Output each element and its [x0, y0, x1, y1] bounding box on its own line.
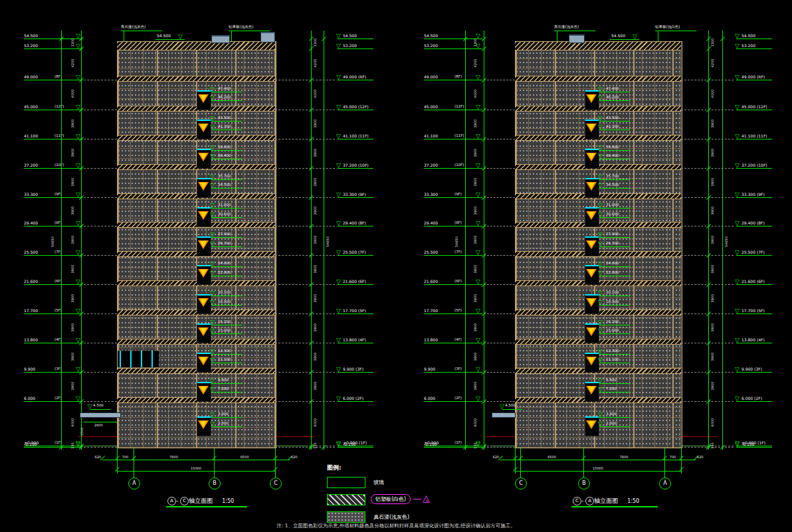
window-sill-elevation: 42.300: [218, 124, 231, 128]
dim-value: 700: [665, 455, 681, 459]
level-leader: [424, 401, 482, 402]
glass-mullion: [120, 351, 121, 367]
level-value: 9.900 (3F): [742, 367, 762, 371]
window-head-elevation: 3.800: [218, 412, 229, 416]
elevation-flag-icon: ▽: [210, 174, 215, 180]
dim-value: 1300: [473, 35, 477, 50]
elevation-flag-icon: ▽: [598, 290, 603, 296]
elevation-flag-icon: ▽: [178, 34, 183, 40]
level-leader: [338, 197, 373, 198]
canopy-leader: [502, 409, 522, 410]
level-leader: [736, 284, 772, 285]
level-leader: [24, 401, 82, 402]
elevation-flag-icon: ▽: [210, 241, 215, 247]
elevation-flag-icon: ▽: [598, 412, 603, 418]
title-dash: -: [581, 497, 583, 504]
elevation-flag-icon: ▽: [598, 261, 603, 267]
dim-chain: [708, 31, 709, 450]
window-head-leader: [211, 296, 242, 296]
elevation-flag-icon: ▽: [210, 328, 215, 334]
elevation-flag-icon: ▽: [210, 95, 215, 101]
window-sill-leader: [599, 333, 630, 334]
window-sill-leader: [211, 100, 242, 101]
level-leader: [736, 372, 772, 373]
level-leader: [424, 110, 482, 110]
window-sill-leader: [599, 217, 630, 218]
elevation-flag-icon: ▽: [210, 232, 215, 238]
entrance-canopy: [80, 412, 121, 418]
window-head-elevation: 3.800: [606, 412, 617, 416]
axis-bubble: C: [515, 478, 527, 489]
elevation-flag-icon: ▽: [598, 387, 603, 393]
floor-slab-band: [117, 397, 275, 403]
elevation-flag-icon: ▽: [210, 270, 215, 276]
vent-arrow-inner-icon: [588, 153, 595, 159]
elevation-flag-icon: ▽: [598, 174, 603, 180]
elevation-flag-icon: ▽: [76, 33, 80, 39]
glass-mullion: [130, 351, 132, 367]
canopy-leader: [90, 409, 110, 410]
roof-equipment: [211, 35, 230, 43]
floor-label: (10F): [454, 163, 464, 167]
dim-value: 620: [488, 455, 499, 459]
dim-value: 3900: [313, 262, 317, 276]
axis-bubble: B: [578, 478, 590, 489]
level-leader: [736, 139, 772, 139]
elevation-flag-icon: ▽: [476, 221, 480, 226]
window-sill-elevation: 11.100: [606, 357, 619, 361]
extension-line: [117, 447, 118, 474]
dim-value: 4200: [710, 56, 714, 70]
window-head-elevation: 27.900: [606, 232, 619, 236]
level-value: 41.100: [24, 133, 38, 138]
level-dash-line: [484, 284, 515, 285]
glass-mullion: [151, 351, 153, 367]
level-leader: [424, 80, 482, 80]
level-leader: [338, 110, 373, 110]
level-value: 49.000: [24, 74, 38, 79]
level-dash-line: [275, 401, 335, 402]
dim-value: 3900: [70, 262, 74, 276]
elevation-flag-icon: ▽: [76, 133, 80, 139]
elevation-flag-icon: ▽: [598, 232, 603, 238]
legend-label-glass: 玻璃: [373, 479, 384, 486]
level-value: 41.100 (11F): [742, 133, 767, 138]
axis-line: [275, 447, 276, 478]
floor-slab-band: [117, 164, 275, 170]
elevation-flag-icon: ▽: [210, 212, 215, 218]
window-sill-elevation: 7.200: [218, 387, 229, 391]
level-dash-line: [275, 110, 335, 110]
floor-label: (7F): [454, 250, 462, 254]
title-underline: [571, 506, 658, 507]
vent-arrow-inner-icon: [200, 153, 207, 159]
window-head-leader: [211, 121, 242, 122]
dim-value: 620: [90, 455, 101, 459]
dim-value: 4200: [70, 56, 74, 70]
level-value: 54.500: [343, 33, 357, 38]
canopy-dim-line: [84, 422, 117, 422]
level-dash-line: [275, 255, 335, 256]
level-value: 21.600 (6F): [742, 279, 765, 284]
floor-slab-band: [117, 339, 275, 345]
level-dash-line: [484, 197, 515, 198]
window-head-elevation: 20.100: [218, 290, 231, 294]
level-dash-line: [484, 226, 515, 226]
level-value: 37.200: [24, 163, 38, 167]
elevation-flag-icon: ▽: [76, 396, 80, 402]
legend-label-panel-revision-cloud: 铝塑板(白色): [371, 494, 411, 504]
level-leader: [338, 343, 373, 343]
revision-triangle-icon: △8: [423, 493, 430, 503]
window-head-elevation: 39.600: [606, 145, 619, 149]
level-dash-line: [275, 372, 335, 373]
level-leader: [338, 372, 373, 373]
title-axis-end-bubble: C: [180, 497, 189, 505]
elevation-flag-icon: ▽: [76, 43, 80, 49]
level-dash-line: [275, 284, 335, 285]
level-value: 29.400 (8F): [742, 221, 765, 225]
elevation-flag-icon: ▽: [76, 279, 80, 285]
level-leader: [24, 343, 82, 343]
window-head-leader: [599, 417, 630, 418]
window-head-elevation: 12.300: [218, 349, 231, 353]
floor-slab-band: [117, 135, 275, 141]
entrance-canopy: [492, 412, 516, 418]
level-value: -0.150: [742, 442, 754, 446]
